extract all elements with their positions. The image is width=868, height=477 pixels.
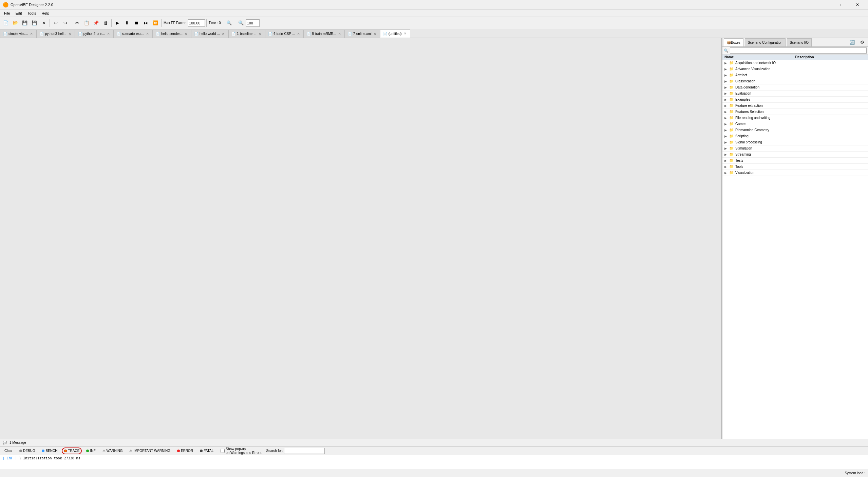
tab-close-button[interactable]: ✕: [258, 32, 262, 36]
zoom-out-button[interactable]: 🔍: [237, 19, 245, 27]
tab-close-button[interactable]: ✕: [403, 32, 407, 35]
minimize-button[interactable]: —: [818, 0, 834, 9]
popup-checkbox[interactable]: [221, 449, 225, 453]
box-item[interactable]: ▶ 📁 Streaming: [722, 152, 868, 158]
box-item[interactable]: ▶ 📁 Games: [722, 121, 868, 127]
folder-icon: 📁: [729, 61, 734, 65]
copy-button[interactable]: 📋: [82, 19, 91, 27]
expand-icon: ▶: [724, 141, 728, 144]
error-button[interactable]: ERROR: [175, 448, 195, 454]
box-item[interactable]: ▶ 📁 Data generation: [722, 84, 868, 91]
tab-tab-7-online[interactable]: 📄 7-online.xml ✕: [345, 29, 380, 38]
tab-close-button[interactable]: ✕: [68, 32, 72, 36]
box-item[interactable]: ▶ 📁 Advanced Visualization: [722, 66, 868, 72]
trace-button[interactable]: TRACE: [62, 448, 82, 454]
box-item[interactable]: ▶ 📁 Stimulation: [722, 145, 868, 152]
box-item[interactable]: ▶ 📁 Tools: [722, 164, 868, 170]
debug-label: DEBUG: [23, 449, 35, 453]
tabs: 📄 simple visu... ✕ 📄 python3-hell... ✕ 📄…: [0, 29, 868, 38]
menu-tools[interactable]: Tools: [25, 9, 39, 17]
undo-button[interactable]: ↩: [51, 19, 60, 27]
zoom-input[interactable]: [246, 19, 260, 27]
box-item-label: Evaluation: [735, 92, 751, 95]
box-item[interactable]: ▶ 📁 Artefact: [722, 72, 868, 78]
play-button[interactable]: ▶: [113, 19, 122, 27]
tab-tab-hello-world[interactable]: 📄 hello-world-... ✕: [191, 29, 228, 38]
fatal-button[interactable]: FATAL: [197, 448, 216, 454]
rp-tab-boxes[interactable]: 📦 Boxes: [724, 38, 743, 46]
tab-tab-hello-sender[interactable]: 📄 hello-sender... ✕: [153, 29, 191, 38]
menu-help[interactable]: Help: [39, 9, 52, 17]
tab-close-button[interactable]: ✕: [30, 32, 34, 36]
tab-tab-simple-visu[interactable]: 📄 simple visu... ✕: [0, 29, 37, 38]
rp-tab-scenario-io[interactable]: Scenario I/O: [787, 38, 812, 46]
tab-close-button[interactable]: ✕: [184, 32, 188, 36]
step-button[interactable]: ⏭: [141, 19, 150, 27]
box-item[interactable]: ▶ 📁 Visualization: [722, 170, 868, 176]
tab-tab-5-train-mrmr[interactable]: 📄 5-train-mRMR... ✕: [304, 29, 345, 38]
box-item[interactable]: ▶ 📁 Signal processing: [722, 139, 868, 145]
zoom-fit-button[interactable]: 🔍: [225, 19, 233, 27]
expand-icon: ▶: [724, 110, 728, 114]
delete-button[interactable]: 🗑: [101, 19, 110, 27]
save-all-button[interactable]: 💾: [30, 19, 39, 27]
tab-tab-python2-prin[interactable]: 📄 python2-prin... ✕: [75, 29, 114, 38]
tab-icon: 📄: [194, 32, 198, 36]
box-item[interactable]: ▶ 📁 Scripting: [722, 133, 868, 139]
fastforward-button[interactable]: ⏩: [151, 19, 160, 27]
cut-button[interactable]: ✂: [73, 19, 81, 27]
tab-close-button[interactable]: ✕: [373, 32, 377, 36]
new-button[interactable]: 📄: [1, 19, 10, 27]
menu-edit[interactable]: Edit: [13, 9, 25, 17]
bench-button[interactable]: BENCH: [39, 448, 60, 454]
log-toolbar: Clear DEBUG BENCH TRACE INF ⚠ WARNING ⚠ …: [0, 446, 868, 455]
tab-tab-python3-hell[interactable]: 📄 python3-hell... ✕: [37, 29, 75, 38]
box-item-label: Scripting: [735, 134, 749, 138]
rp-settings-button[interactable]: ⚙: [858, 38, 867, 47]
box-item[interactable]: ▶ 📁 Acquisition and network IO: [722, 60, 868, 66]
menu-file[interactable]: File: [1, 9, 13, 17]
debug-button[interactable]: DEBUG: [17, 448, 38, 454]
clear-label: Clear: [4, 449, 13, 453]
tab-tab-untitled[interactable]: 📄 (untitled) ✕: [380, 29, 410, 38]
box-item[interactable]: ▶ 📁 Feature extraction: [722, 103, 868, 109]
pause-button[interactable]: ⏸: [122, 19, 131, 27]
stop-button[interactable]: ⏹: [132, 19, 141, 27]
tab-tab-scenario-exa[interactable]: 📄 scenario-exa... ✕: [114, 29, 153, 38]
clear-button[interactable]: Clear: [2, 448, 15, 454]
box-item[interactable]: ▶ 📁 File reading and writing: [722, 115, 868, 121]
close-button2[interactable]: ✕: [39, 19, 48, 27]
warning-button[interactable]: ⚠ WARNING: [100, 448, 125, 454]
paste-button[interactable]: 📌: [92, 19, 100, 27]
box-item[interactable]: ▶ 📁 Tests: [722, 158, 868, 164]
tab-close-button[interactable]: ✕: [297, 32, 301, 36]
rp-refresh-button[interactable]: 🔄: [848, 38, 856, 47]
titlebar: 🟠 OpenViBE Designer 2.2.0 — □ ✕: [0, 0, 868, 9]
tab-close-button[interactable]: ✕: [221, 32, 225, 36]
error-dot: [177, 450, 180, 452]
canvas-area[interactable]: [0, 38, 721, 439]
tab-tab-1-baseline[interactable]: 📄 1-baseline-... ✕: [228, 29, 265, 38]
maximize-button[interactable]: □: [834, 0, 850, 9]
max-ff-input[interactable]: [188, 19, 205, 27]
expand-icon: ▶: [724, 67, 728, 71]
box-item[interactable]: ▶ 📁 Riemannian Geometry: [722, 127, 868, 133]
open-button[interactable]: 📂: [11, 19, 20, 27]
app-title: OpenViBE Designer 2.2.0: [11, 3, 53, 7]
inf-button[interactable]: INF: [84, 448, 98, 454]
tab-tab-4-train-csp[interactable]: 📄 4-train-CSP-... ✕: [265, 29, 304, 38]
rp-tab-scenario-config[interactable]: Scenario Configuration: [745, 38, 786, 46]
tab-close-button[interactable]: ✕: [146, 32, 150, 36]
box-item[interactable]: ▶ 📁 Evaluation: [722, 91, 868, 97]
close-button[interactable]: ✕: [850, 0, 865, 9]
tab-close-button[interactable]: ✕: [107, 32, 111, 36]
redo-button[interactable]: ↪: [61, 19, 70, 27]
save-button[interactable]: 💾: [20, 19, 29, 27]
box-item[interactable]: ▶ 📁 Classification: [722, 78, 868, 84]
log-search-input[interactable]: [284, 448, 325, 454]
box-item[interactable]: ▶ 📁 Examples: [722, 97, 868, 103]
tab-close-button[interactable]: ✕: [338, 32, 342, 36]
important-warning-button[interactable]: ⚠ IMPORTANT WARNING: [127, 448, 173, 454]
box-item[interactable]: ▶ 📁 Features Selection: [722, 109, 868, 115]
box-search-input[interactable]: [730, 47, 867, 54]
